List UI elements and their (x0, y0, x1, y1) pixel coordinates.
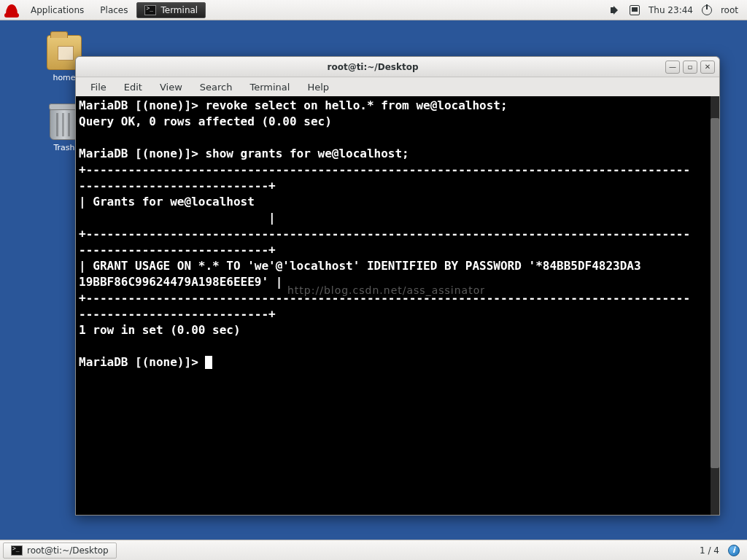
scrollbar-thumb[interactable] (711, 118, 719, 468)
terminal-output[interactable]: MariaDB [(none)]> revoke select on hello… (76, 96, 719, 515)
network-icon[interactable] (630, 5, 640, 15)
terminal-window: root@ti:~/Desktop — ▫ ✕ File Edit View S… (75, 56, 720, 516)
distro-logo-icon (6, 4, 18, 16)
taskbar-item-terminal[interactable]: root@ti:~/Desktop (3, 542, 117, 559)
menu-terminal[interactable]: Terminal (242, 79, 297, 95)
running-app-terminal[interactable]: Terminal (136, 2, 206, 18)
info-icon[interactable]: i (728, 545, 740, 556)
terminal-icon (144, 5, 156, 15)
menu-help[interactable]: Help (300, 79, 336, 95)
applications-menu[interactable]: Applications (23, 2, 91, 18)
trash-icon (50, 108, 79, 140)
menubar: File Edit View Search Terminal Help (76, 77, 719, 96)
taskbar-item-label: root@ti:~/Desktop (27, 545, 109, 556)
bottom-panel: root@ti:~/Desktop 1 / 4 i (0, 540, 747, 560)
workspace-indicator[interactable]: 1 / 4 (700, 545, 719, 556)
clock[interactable]: Thu 23:44 (649, 5, 693, 15)
window-title: root@ti:~/Desktop (80, 62, 665, 72)
places-menu[interactable]: Places (93, 2, 135, 18)
minimize-button[interactable]: — (665, 61, 680, 74)
watermark-text: http://blog.csdn.net/ass_assinator (287, 282, 485, 298)
terminal-icon (11, 545, 23, 556)
shutdown-icon[interactable] (702, 5, 712, 15)
sound-icon[interactable] (611, 5, 621, 15)
user-menu[interactable]: root (721, 5, 738, 15)
running-app-label: Terminal (160, 5, 198, 15)
menu-search[interactable]: Search (193, 79, 240, 95)
close-button[interactable]: ✕ (700, 61, 715, 74)
cursor-icon (205, 356, 212, 369)
menu-view[interactable]: View (152, 79, 190, 95)
top-panel: Applications Places Terminal Thu 23:44 r… (0, 0, 747, 20)
maximize-button[interactable]: ▫ (683, 61, 697, 74)
menu-file[interactable]: File (83, 79, 114, 95)
menu-edit[interactable]: Edit (117, 79, 150, 95)
titlebar[interactable]: root@ti:~/Desktop — ▫ ✕ (76, 57, 719, 77)
